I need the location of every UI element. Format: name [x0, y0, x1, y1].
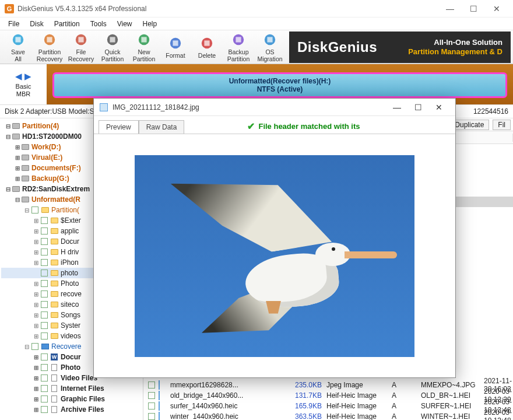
menu-help[interactable]: Help [138, 19, 162, 29]
tab-preview[interactable]: Preview [99, 120, 139, 134]
checkbox[interactable] [148, 413, 155, 420]
tool-os-migration[interactable]: OSMigration [254, 32, 286, 63]
expander-icon[interactable]: ⊞ [33, 375, 40, 382]
cell-attr: A [392, 381, 421, 389]
expander-icon[interactable]: ⊟ [23, 207, 30, 214]
checkbox[interactable] [41, 396, 48, 402]
checkbox[interactable] [41, 290, 48, 298]
checkbox[interactable] [41, 270, 48, 276]
expander-icon[interactable]: ⊞ [33, 249, 40, 256]
file-row[interactable]: mmexport16298628...235.0KBJpeg ImageAMME… [143, 380, 513, 390]
expander-icon[interactable]: ⊞ [33, 386, 40, 392]
filter-button[interactable]: Fil [493, 120, 511, 130]
tree-label: Photo [61, 363, 80, 372]
checkbox[interactable] [148, 402, 155, 410]
checkbox[interactable] [148, 392, 155, 399]
tree-node[interactable]: ⊞Archive Files [1, 404, 142, 415]
checkbox[interactable] [41, 332, 48, 340]
tool-format[interactable]: Format [160, 32, 191, 63]
checkbox[interactable] [41, 301, 48, 308]
expander-icon[interactable]: ⊞ [33, 302, 40, 308]
folder-icon [50, 279, 58, 288]
checkbox[interactable] [41, 312, 48, 318]
preview-maximize-button[interactable]: ☐ [407, 103, 428, 112]
expander-icon[interactable]: ⊞ [33, 365, 40, 371]
expander-icon[interactable]: ⊞ [33, 228, 40, 235]
prev-arrow-icon[interactable]: ◀ [15, 71, 22, 82]
maximize-button[interactable]: ☐ [462, 1, 485, 17]
file-row[interactable]: old_bridge_1440x960...131.7KBHeif-Heic I… [143, 390, 513, 401]
checkbox[interactable] [41, 385, 48, 392]
expander-icon[interactable]: ⊟ [5, 134, 12, 140]
checkbox[interactable] [148, 382, 155, 388]
expander-icon[interactable]: ⊞ [33, 239, 40, 245]
checkbox[interactable] [41, 259, 48, 266]
tool-delete[interactable]: Delete [191, 32, 223, 63]
expander-icon[interactable]: ⊞ [33, 354, 40, 360]
preview-titlebar[interactable]: IMG_20211112_181842.jpg — ☐ ✕ [94, 99, 455, 116]
expander-icon[interactable]: ⊟ [14, 197, 21, 203]
banner-line2: Partition Management & D [408, 47, 503, 57]
svg-rect-15 [236, 37, 241, 43]
minimize-button[interactable]: — [438, 1, 462, 17]
tree-node[interactable]: ⊞Graphic Files [1, 394, 142, 404]
expander-icon[interactable]: ⊟ [5, 123, 12, 130]
menu-partition[interactable]: Partition [50, 19, 85, 29]
file-list[interactable]: mmexport16298628...235.0KBJpeg ImageAMME… [143, 380, 513, 420]
tool-file-recovery[interactable]: FileRecovery [65, 32, 97, 63]
checkbox[interactable] [41, 406, 48, 413]
file-row[interactable]: winter_1440x960.heic363.5KBHeif-Heic Ima… [143, 411, 513, 420]
checkbox[interactable] [41, 249, 48, 256]
cell-size: 165.9KB [293, 402, 326, 410]
checkbox[interactable] [41, 322, 48, 329]
expander-icon[interactable]: ⊞ [33, 281, 40, 287]
tree-label: Recovere [51, 342, 81, 351]
expander-icon[interactable]: ⊞ [14, 155, 21, 161]
tree-label: Syster [61, 321, 80, 330]
tree-node[interactable]: ⊞Internet Files [1, 383, 142, 394]
partition-bar[interactable]: Unformatted(Recover files)(H:) NTFS (Act… [52, 72, 507, 98]
checkbox[interactable] [31, 206, 38, 214]
checkbox[interactable] [41, 238, 48, 245]
expander-icon[interactable]: ⊞ [33, 291, 40, 298]
checkbox[interactable] [41, 280, 48, 287]
expander-icon[interactable]: ⊟ [5, 186, 12, 192]
close-button[interactable]: ✕ [485, 1, 508, 17]
preview-close-button[interactable]: ✕ [428, 103, 449, 112]
menu-view[interactable]: View [113, 19, 137, 29]
tool-backup-partition[interactable]: BackupPartition [223, 32, 254, 63]
expander-icon[interactable]: ⊞ [14, 176, 21, 182]
nav-arrows[interactable]: ◀▶ [15, 71, 31, 82]
menu-tools[interactable]: Tools [86, 19, 111, 29]
expander-icon[interactable]: ⊞ [33, 323, 40, 329]
preview-minimize-button[interactable]: — [386, 103, 407, 112]
expander-icon[interactable]: ⊞ [14, 165, 21, 172]
tool-partition-recovery[interactable]: PartitionRecovery [34, 32, 65, 63]
expander-icon[interactable]: ⊞ [33, 407, 40, 413]
expander-icon[interactable]: ⊞ [33, 396, 40, 402]
menu-disk[interactable]: Disk [25, 19, 48, 29]
image-file-icon [159, 391, 167, 400]
tab-raw-data[interactable]: Raw Data [139, 120, 185, 134]
tree-label: RD2:SanDiskExtrem [22, 185, 90, 193]
expander-icon[interactable]: ⊞ [33, 312, 40, 318]
checkbox[interactable] [41, 228, 48, 235]
tree-label: Partition( [51, 206, 79, 214]
checkbox[interactable] [41, 364, 48, 371]
tool-save-all[interactable]: SaveAll [2, 32, 34, 63]
tool-new-partition[interactable]: NewPartition [128, 32, 160, 63]
expander-icon[interactable]: ⊞ [33, 333, 40, 340]
tool-quick-partition[interactable]: QuickPartition [97, 32, 128, 63]
expander-icon[interactable]: ⊞ [33, 218, 40, 224]
checkbox[interactable] [41, 217, 48, 224]
file-row[interactable]: surfer_1440x960.heic165.9KBHeif-Heic Ima… [143, 401, 513, 411]
expander-icon[interactable]: ⊞ [33, 260, 40, 266]
tree-label: videos [61, 332, 81, 340]
checkbox[interactable] [31, 343, 38, 350]
menu-file[interactable]: File [3, 19, 24, 29]
checkbox[interactable] [41, 354, 48, 360]
expander-icon[interactable]: ⊟ [23, 344, 30, 350]
expander-icon[interactable]: ⊞ [14, 144, 21, 150]
next-arrow-icon[interactable]: ▶ [24, 71, 31, 82]
checkbox[interactable] [41, 374, 48, 382]
